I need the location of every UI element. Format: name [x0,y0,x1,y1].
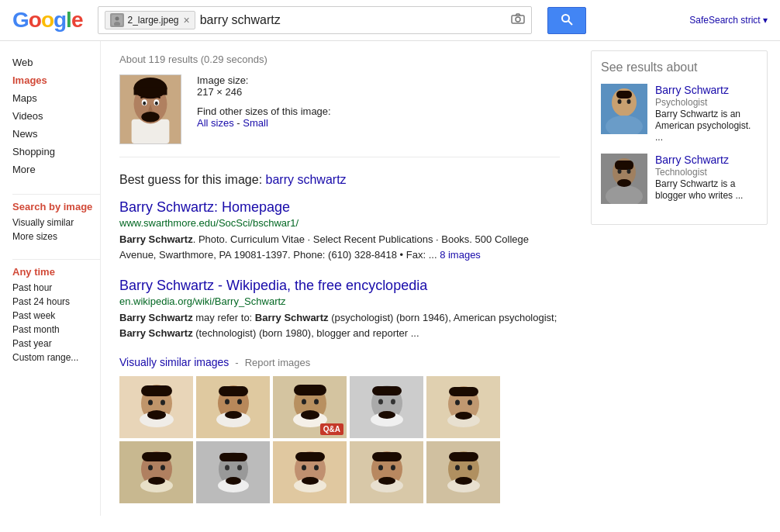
all-sizes-link[interactable]: All sizes [197,117,234,129]
visually-similar-link[interactable]: Visually similar [12,216,100,230]
similar-image-10[interactable] [426,441,500,503]
see-results-title: See results about [601,60,758,74]
camera-icon[interactable] [511,13,525,27]
result-item-2: Barry Schwartz - Wikipedia, the free enc… [119,278,560,340]
svg-point-73 [302,477,319,485]
visually-similar-header: Visually similar images - Report images [119,356,560,368]
svg-point-31 [225,411,242,419]
remove-image-button[interactable]: × [184,14,190,26]
svg-point-5 [562,15,569,22]
similar-image-8[interactable] [273,441,347,503]
main-content: About 119 results (0.29 seconds) [101,41,578,516]
svg-rect-62 [219,453,247,461]
svg-rect-55 [142,452,171,461]
svg-rect-48 [449,387,478,396]
image-result-box: Image size: 217 × 246 Find other sizes o… [119,74,560,157]
kr-item-1: Barry Schwartz Psychologist Barry Schwar… [601,84,758,143]
svg-point-64 [225,465,230,471]
kr-desc-2: Barry Schwartz is a blogger who writes .… [655,178,743,201]
report-images-label: Report images [245,357,311,368]
source-image [119,74,181,144]
see-results-box: See results about Barry Schwartz Psychol… [591,50,768,225]
images-count-link[interactable]: 8 images [440,249,481,261]
svg-point-66 [226,477,241,485]
main-nav: Web Images Maps Videos News Shopping Mor… [12,54,100,178]
kr-image-2 [601,154,647,204]
sidebar: Web Images Maps Videos News Shopping Mor… [0,41,101,516]
small-sizes-link[interactable]: Small [243,117,268,129]
find-other-sizes: Find other sizes of this image: All size… [197,105,331,129]
past-hour-link[interactable]: Past hour [12,281,100,295]
past-month-link[interactable]: Past month [12,323,100,337]
search-input[interactable] [200,13,509,27]
svg-rect-20 [141,385,172,396]
similar-image-1[interactable] [119,376,193,438]
custom-range-link[interactable]: Custom range... [12,351,100,364]
image-upload-tab[interactable]: 2_large.jpeg × [105,11,195,29]
svg-point-87 [455,477,472,485]
sidebar-item-news[interactable]: News [12,125,100,143]
image-info: Image size: 217 × 246 Find other sizes o… [197,74,331,129]
past-year-link[interactable]: Past year [12,337,100,351]
svg-rect-83 [449,452,478,461]
svg-rect-69 [295,452,325,461]
svg-point-38 [301,410,319,420]
past-24-hours-link[interactable]: Past 24 hours [12,295,100,309]
kr-name-1[interactable]: Barry Schwartz [655,84,729,96]
sidebar-item-maps[interactable]: Maps [12,89,100,107]
svg-point-4 [516,17,520,22]
svg-point-52 [455,412,472,420]
visually-similar-section: Visually similar images - Report images [119,356,560,503]
sidebar-item-videos[interactable]: Videos [12,107,100,125]
svg-point-86 [468,465,472,471]
past-week-link[interactable]: Past week [12,309,100,323]
svg-point-93 [627,99,631,104]
sidebar-item-images[interactable]: Images [12,71,100,89]
similar-image-4[interactable] [350,376,423,438]
similar-image-3[interactable]: Q&A [273,376,347,438]
sidebar-item-shopping[interactable]: Shopping [12,143,100,161]
svg-point-1 [116,17,119,21]
search-button[interactable] [547,7,586,34]
result-link-2[interactable]: Barry Schwartz - Wikipedia, the free enc… [119,278,427,293]
more-sizes-link[interactable]: More sizes [12,230,100,244]
similar-image-2[interactable] [196,376,270,438]
kr-type-2: Technologist [655,167,707,178]
kr-item-2: Barry Schwartz Technologist Barry Schwar… [601,154,758,204]
kr-type-1: Psychologist [655,97,707,108]
result-url-2: en.wikipedia.org/wiki/Barry_Schwartz [119,295,560,307]
kr-text-2: Barry Schwartz Technologist Barry Schwar… [655,154,758,201]
svg-rect-12 [134,88,167,95]
any-time-section: Any time Past hour Past 24 hours Past we… [12,266,100,364]
visually-similar-heading-link[interactable]: Visually similar images [119,356,229,368]
svg-point-58 [160,465,165,471]
svg-point-29 [225,399,230,405]
safesearch-link[interactable]: SafeSearch strict ▾ [689,15,768,26]
svg-point-37 [314,399,319,405]
similar-image-7[interactable] [196,441,270,503]
svg-rect-27 [219,386,248,396]
best-guess-link[interactable]: barry schwartz [266,173,347,186]
svg-point-15 [143,102,146,105]
report-images-separator: - [235,357,238,368]
svg-point-36 [302,399,306,405]
result-title-1: Barry Schwartz: Homepage [119,199,560,216]
result-item-1: Barry Schwartz: Homepage www.swarthmore.… [119,199,560,262]
similar-image-9[interactable] [350,441,423,503]
svg-point-51 [468,400,472,406]
svg-point-30 [237,399,242,405]
kr-name-2[interactable]: Barry Schwartz [655,154,729,166]
similar-image-6[interactable] [119,441,193,503]
svg-point-17 [141,112,159,123]
snippet-bold-1: Barry Schwartz [119,233,193,245]
upload-thumbnail [110,13,124,27]
result-link-1[interactable]: Barry Schwartz: Homepage [119,199,290,215]
any-time-title: Any time [12,266,100,278]
sidebar-item-web[interactable]: Web [12,54,100,71]
similar-image-5[interactable] [426,376,500,438]
svg-line-6 [568,21,572,25]
google-logo[interactable]: Google [12,8,82,33]
result-snippet-2: Barry Schwartz may refer to: Barry Schwa… [119,310,560,340]
sidebar-item-more[interactable]: More [12,161,100,178]
image-filename: 2_large.jpeg [127,15,178,26]
